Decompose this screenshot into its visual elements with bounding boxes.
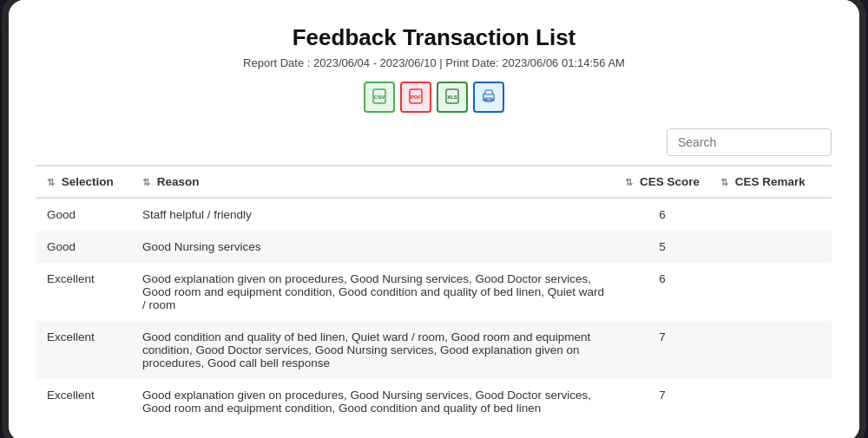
cell-reason: Staff helpful / friendly [132, 198, 615, 231]
cell-selection: Excellent [36, 321, 132, 379]
col-header-reason[interactable]: ⇅ Reason [132, 166, 615, 198]
print-icon: PRINT [480, 88, 497, 107]
cell-ces-remark [710, 198, 832, 231]
table-row: ExcellentGood condition and quality of b… [36, 321, 832, 379]
csv-icon: CSV [371, 88, 388, 108]
col-header-ces-score[interactable]: ⇅ CES Score [615, 166, 710, 198]
svg-text:PRINT: PRINT [484, 99, 494, 102]
col-header-ces-remark[interactable]: ⇅ CES Remark [710, 166, 832, 198]
toolbar-icons: CSV PDF XLS [36, 82, 832, 113]
cell-ces-score: 7 [615, 379, 710, 424]
cell-ces-score: 7 [615, 321, 710, 379]
table-wrapper: ⇅ Selection ⇅ Reason ⇅ CES Score ⇅ [36, 165, 832, 424]
feedback-table: ⇅ Selection ⇅ Reason ⇅ CES Score ⇅ [36, 165, 832, 424]
svg-rect-7 [485, 90, 492, 95]
sort-icon-selection: ⇅ [47, 177, 55, 188]
sort-icon-reason: ⇅ [142, 177, 150, 188]
csv-export-button[interactable]: CSV [364, 82, 395, 113]
cell-ces-remark [710, 379, 832, 424]
sort-icon-ces-score: ⇅ [625, 177, 633, 188]
cell-ces-remark [710, 263, 832, 321]
svg-text:PDF: PDF [411, 95, 421, 100]
xls-export-button[interactable]: XLS [437, 82, 468, 113]
cell-reason: Good explanation given on procedures, Go… [132, 379, 615, 424]
cell-selection: Excellent [36, 263, 132, 321]
cell-ces-remark [710, 231, 832, 263]
print-button[interactable]: PRINT [473, 82, 504, 113]
page-container: Feedback Transaction List Report Date : … [9, 0, 859, 438]
cell-selection: Good [36, 198, 132, 231]
table-body: GoodStaff helpful / friendly6GoodGood Nu… [36, 198, 832, 424]
search-bar-row [36, 128, 832, 156]
svg-text:CSV: CSV [374, 95, 385, 100]
xls-icon: XLS [444, 88, 461, 108]
svg-text:XLS: XLS [447, 95, 457, 100]
col-header-selection[interactable]: ⇅ Selection [36, 166, 132, 198]
cell-ces-score: 6 [615, 263, 710, 321]
table-row: GoodGood Nursing services5 [36, 231, 832, 263]
sort-icon-ces-remark: ⇅ [720, 177, 728, 188]
pdf-export-button[interactable]: PDF [400, 82, 431, 113]
table-row: GoodStaff helpful / friendly6 [36, 198, 832, 231]
table-row: ExcellentGood explanation given on proce… [36, 379, 832, 424]
page-title: Feedback Transaction List [36, 24, 832, 51]
cell-ces-remark [710, 321, 832, 379]
table-row: ExcellentGood explanation given on proce… [36, 263, 832, 321]
cell-selection: Good [36, 231, 132, 263]
cell-ces-score: 6 [615, 198, 710, 231]
cell-reason: Good condition and quality of bed linen,… [132, 321, 615, 379]
device-frame: Feedback Transaction List Report Date : … [9, 0, 859, 438]
cell-reason: Good Nursing services [132, 231, 615, 263]
report-meta: Report Date : 2023/06/04 - 2023/06/10 | … [36, 56, 832, 69]
table-header: ⇅ Selection ⇅ Reason ⇅ CES Score ⇅ [36, 166, 832, 198]
cell-selection: Excellent [36, 379, 132, 424]
cell-reason: Good explanation given on procedures, Go… [132, 263, 615, 321]
cell-ces-score: 5 [615, 231, 710, 263]
search-input[interactable] [667, 128, 832, 156]
pdf-icon: PDF [407, 88, 424, 108]
